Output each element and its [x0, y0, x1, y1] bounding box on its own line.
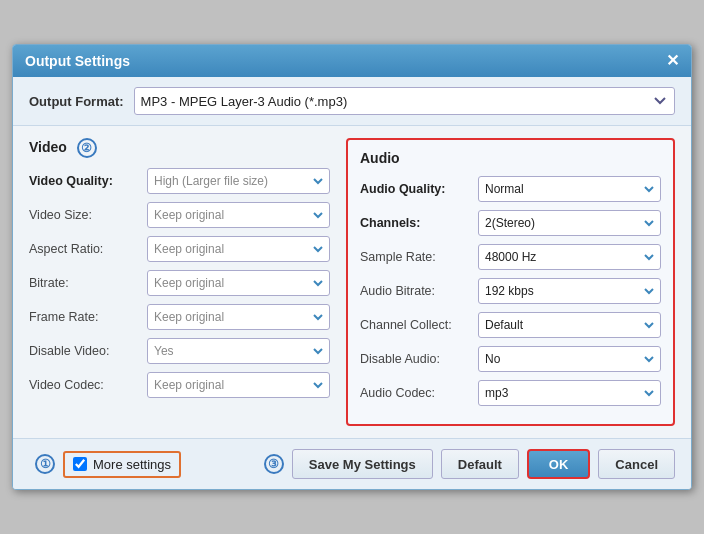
close-button[interactable]: ✕ — [666, 53, 679, 69]
video-size-row: Video Size: Keep original — [29, 202, 330, 228]
cancel-button[interactable]: Cancel — [598, 449, 675, 479]
video-quality-select[interactable]: High (Larger file size) — [147, 168, 330, 194]
badge-2: ② — [77, 138, 97, 158]
video-section-title: Video ② — [29, 138, 330, 158]
video-size-select[interactable]: Keep original — [147, 202, 330, 228]
audio-quality-select[interactable]: Normal — [478, 176, 661, 202]
disable-audio-row: Disable Audio: No — [360, 346, 661, 372]
output-settings-dialog: Output Settings ✕ Output Format: MP3 - M… — [12, 44, 692, 490]
sample-rate-row: Sample Rate: 48000 Hz — [360, 244, 661, 270]
channels-row: Channels: 2(Stereo) — [360, 210, 661, 236]
footer: ① More settings ③ Save My Settings Defau… — [13, 438, 691, 489]
more-settings-area[interactable]: More settings — [63, 451, 181, 478]
bitrate-select[interactable]: Keep original — [147, 270, 330, 296]
audio-bitrate-label: Audio Bitrate: — [360, 284, 470, 298]
disable-audio-label: Disable Audio: — [360, 352, 470, 366]
video-codec-select[interactable]: Keep original — [147, 372, 330, 398]
dialog-title: Output Settings — [25, 53, 130, 69]
audio-section-title: Audio — [360, 150, 661, 166]
channels-label: Channels: — [360, 216, 470, 230]
audio-codec-row: Audio Codec: mp3 — [360, 380, 661, 406]
video-section: Video ② Video Quality: High (Larger file… — [29, 138, 346, 426]
bitrate-row: Bitrate: Keep original — [29, 270, 330, 296]
audio-bitrate-row: Audio Bitrate: 192 kbps — [360, 278, 661, 304]
frame-rate-label: Frame Rate: — [29, 310, 139, 324]
sample-rate-select[interactable]: 48000 Hz — [478, 244, 661, 270]
disable-video-label: Disable Video: — [29, 344, 139, 358]
video-codec-label: Video Codec: — [29, 378, 139, 392]
bitrate-label: Bitrate: — [29, 276, 139, 290]
output-format-label: Output Format: — [29, 94, 124, 109]
disable-audio-select[interactable]: No — [478, 346, 661, 372]
disable-video-select[interactable]: Yes — [147, 338, 330, 364]
title-bar: Output Settings ✕ — [13, 45, 691, 77]
sample-rate-label: Sample Rate: — [360, 250, 470, 264]
output-format-select[interactable]: MP3 - MPEG Layer-3 Audio (*.mp3) — [134, 87, 675, 115]
badge-3: ③ — [264, 454, 284, 474]
video-codec-row: Video Codec: Keep original — [29, 372, 330, 398]
channel-collect-label: Channel Collect: — [360, 318, 470, 332]
channel-collect-select[interactable]: Default — [478, 312, 661, 338]
video-quality-label: Video Quality: — [29, 174, 139, 188]
video-quality-row: Video Quality: High (Larger file size) — [29, 168, 330, 194]
default-button[interactable]: Default — [441, 449, 519, 479]
more-settings-checkbox[interactable] — [73, 457, 87, 471]
save-my-settings-button[interactable]: Save My Settings — [292, 449, 433, 479]
content-area: Video ② Video Quality: High (Larger file… — [13, 126, 691, 438]
badge-1: ① — [35, 454, 55, 474]
video-size-label: Video Size: — [29, 208, 139, 222]
more-settings-label: More settings — [93, 457, 171, 472]
ok-button[interactable]: OK — [527, 449, 591, 479]
audio-codec-select[interactable]: mp3 — [478, 380, 661, 406]
aspect-ratio-select[interactable]: Keep original — [147, 236, 330, 262]
audio-quality-row: Audio Quality: Normal — [360, 176, 661, 202]
channels-select[interactable]: 2(Stereo) — [478, 210, 661, 236]
channel-collect-row: Channel Collect: Default — [360, 312, 661, 338]
audio-codec-label: Audio Codec: — [360, 386, 470, 400]
aspect-ratio-label: Aspect Ratio: — [29, 242, 139, 256]
aspect-ratio-row: Aspect Ratio: Keep original — [29, 236, 330, 262]
disable-video-row: Disable Video: Yes — [29, 338, 330, 364]
frame-rate-row: Frame Rate: Keep original — [29, 304, 330, 330]
audio-bitrate-select[interactable]: 192 kbps — [478, 278, 661, 304]
frame-rate-select[interactable]: Keep original — [147, 304, 330, 330]
audio-quality-label: Audio Quality: — [360, 182, 470, 196]
audio-section: Audio Audio Quality: Normal Channels: 2(… — [346, 138, 675, 426]
output-format-row: Output Format: MP3 - MPEG Layer-3 Audio … — [13, 77, 691, 126]
